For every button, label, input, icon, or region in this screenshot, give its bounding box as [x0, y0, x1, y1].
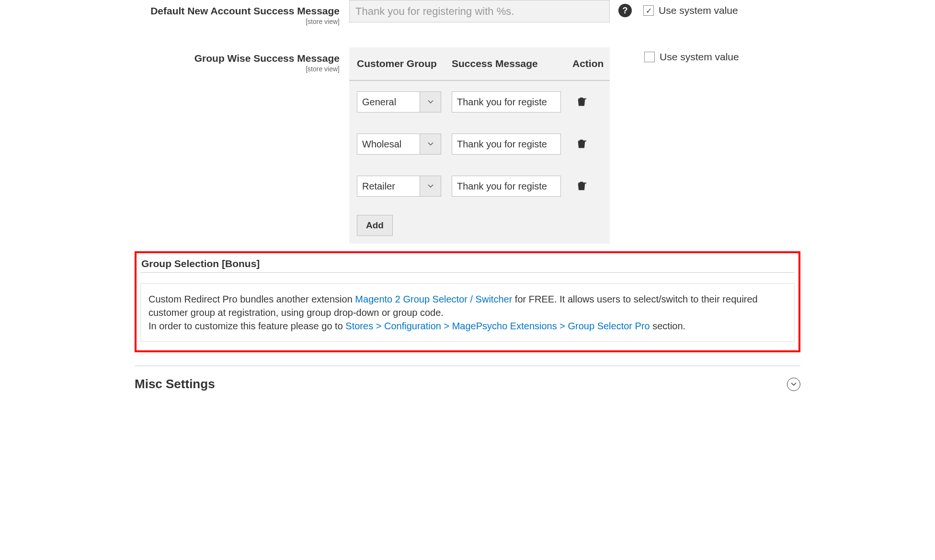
delete-row-button[interactable]	[576, 138, 587, 151]
misc-settings-header[interactable]: Misc Settings	[135, 366, 800, 392]
field-default-success: Default New Account Success Message [sto…	[135, 0, 800, 25]
delete-row-button[interactable]	[576, 180, 587, 193]
label-group-wise: Group Wise Success Message [store view]	[135, 47, 349, 73]
table-row: Retailer	[349, 165, 610, 207]
field-group-wise: Group Wise Success Message [store view] …	[135, 47, 800, 244]
chevron-down-icon	[420, 92, 441, 112]
bonus-line2-prefix: In order to customize this feature pleas…	[148, 321, 345, 331]
bonus-link-config-path[interactable]: Stores > Configuration > MagePsycho Exte…	[345, 321, 650, 331]
checkbox-icon: ✓	[643, 5, 654, 16]
table-row: Wholesal	[349, 123, 610, 165]
label-scope: [store view]	[135, 65, 340, 73]
customer-group-select[interactable]: Wholesal	[357, 134, 441, 155]
table-row: General	[349, 81, 610, 123]
label-default-success: Default New Account Success Message [sto…	[135, 0, 349, 25]
chevron-down-icon	[787, 378, 800, 391]
chevron-down-icon	[420, 176, 441, 196]
table-footer: Add	[349, 207, 610, 244]
success-message-input[interactable]	[452, 134, 561, 155]
label-scope: [store view]	[135, 18, 340, 25]
label-text: Default New Account Success Message	[150, 5, 340, 16]
bonus-line1-prefix: Custom Redirect Pro bundles another exte…	[148, 294, 355, 304]
success-message-input[interactable]	[452, 91, 561, 112]
select-value: Wholesal	[357, 134, 420, 154]
trash-icon	[576, 96, 587, 107]
default-success-input[interactable]	[349, 0, 610, 22]
use-system-group-wise[interactable]: Use system value	[644, 51, 739, 63]
bonus-title: Group Selection [Bonus]	[140, 256, 795, 273]
select-value: General	[357, 92, 420, 112]
customer-group-select[interactable]: Retailer	[357, 176, 441, 197]
trash-icon	[576, 180, 587, 191]
label-text: Group Wise Success Message	[194, 53, 340, 64]
group-selection-bonus-box: Group Selection [Bonus] Custom Redirect …	[135, 251, 800, 352]
checkbox-label: Use system value	[659, 5, 738, 16]
after-group-wise: Use system value	[610, 47, 739, 63]
section-title: Misc Settings	[135, 377, 215, 392]
checkbox-icon	[644, 52, 655, 62]
add-row-button[interactable]: Add	[357, 215, 393, 236]
help-icon[interactable]: ?	[618, 4, 632, 17]
control-group-wise: Customer Group Success Message Action Ge…	[349, 47, 610, 244]
select-value: Retailer	[357, 176, 420, 196]
th-customer-group: Customer Group	[357, 58, 452, 69]
trash-icon	[576, 138, 587, 149]
customer-group-select[interactable]: General	[357, 91, 441, 112]
th-action: Action	[572, 58, 602, 69]
success-message-input[interactable]	[452, 176, 561, 197]
bonus-line2-suffix: section.	[650, 321, 685, 331]
checkbox-label: Use system value	[660, 51, 739, 63]
chevron-down-icon	[420, 134, 441, 154]
bonus-link-extension[interactable]: Magento 2 Group Selector / Switcher	[355, 294, 512, 304]
delete-row-button[interactable]	[576, 96, 587, 109]
table-header: Customer Group Success Message Action	[349, 47, 610, 81]
after-default-success: ? ✓ Use system value	[610, 0, 738, 17]
control-default-success	[349, 0, 610, 22]
use-system-default[interactable]: ✓ Use system value	[643, 5, 738, 16]
th-success-message: Success Message	[452, 58, 572, 69]
group-wise-table: Customer Group Success Message Action Ge…	[349, 47, 610, 244]
bonus-body: Custom Redirect Pro bundles another exte…	[140, 283, 795, 342]
